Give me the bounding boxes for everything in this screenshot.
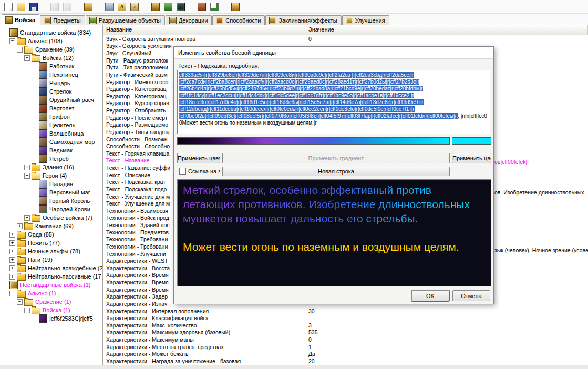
property-name: Характеристики - Классификация войск (103, 315, 305, 321)
destructibles-tab-icon (89, 17, 97, 24)
tab-abilities[interactable]: Способности (212, 15, 265, 25)
apply-color-right-button[interactable]: Применить цвет (452, 153, 491, 163)
tab-upgrades[interactable]: Улучшения (342, 15, 389, 25)
tree-item[interactable]: Целитель (0, 121, 102, 129)
plus-expander-icon[interactable]: + (9, 240, 15, 246)
minus-expander-icon[interactable]: − (17, 47, 23, 53)
property-row[interactable]: Звук - Скорость затухания повтора0 (103, 35, 588, 43)
plus-expander-icon[interactable]: + (9, 249, 15, 254)
property-row[interactable]: Характеристики - Награда за уничтожение … (103, 357, 588, 365)
unit-portrait-icon (39, 205, 47, 213)
tree-item[interactable]: −Сражение (39) (0, 45, 102, 54)
current-color-swatch[interactable] (452, 137, 491, 145)
save-button[interactable] (28, 1, 39, 13)
tree-item[interactable]: Горный Король (0, 197, 102, 205)
tree-item[interactable]: Стрелок (0, 87, 102, 96)
minus-expander-icon[interactable]: − (24, 308, 30, 313)
property-row[interactable]: Характеристики - Классификация войск (103, 314, 588, 322)
tree-item[interactable]: +Нейтрально-пассивные (17 (0, 272, 102, 281)
apply-color-left-button[interactable]: Применить цвет (177, 153, 220, 163)
plus-expander-icon[interactable]: + (9, 232, 15, 238)
column-header-value[interactable]: Значение (305, 25, 588, 35)
tree-item[interactable]: −Войска (12) (0, 54, 102, 62)
property-row[interactable]: Характеристики - Может бежатьДа (103, 351, 588, 358)
speaker-icon (130, 3, 139, 11)
tree-item[interactable]: Чародей Крови (0, 205, 102, 213)
tree-item[interactable]: Вертолет (0, 104, 102, 112)
cancel-button[interactable]: Отмена (452, 290, 490, 301)
tree-item[interactable]: +Нежить (77) (0, 239, 102, 247)
tree-item[interactable]: Грифон (0, 112, 102, 121)
tree-item[interactable]: Рыцарь (0, 79, 102, 87)
tree-item[interactable]: −Альянс (1) (0, 289, 102, 298)
tree-item[interactable]: +Здания (16) (0, 163, 102, 171)
tab-destructibles[interactable]: Разрушаемые объекты (86, 15, 165, 25)
tree-item[interactable]: Волшебница (0, 129, 102, 138)
tree-item[interactable]: +Особые войска (7) (0, 213, 102, 222)
tree-item[interactable]: +Ночные эльфы (78) (0, 247, 102, 255)
tree-item[interactable]: Ведьмак (0, 146, 102, 155)
tree-item[interactable]: −Войска (1) (0, 306, 102, 314)
link-checkbox-row[interactable]: Ссылка на зн (179, 168, 220, 175)
tree-item-label: Кампания (69) (35, 223, 74, 229)
tree-item[interactable]: Пехотинец (0, 70, 102, 79)
tree-item[interactable]: +Нейтрально-враждебные (2 (0, 264, 102, 272)
tab-items[interactable]: Предметы (40, 15, 85, 25)
plus-expander-icon[interactable]: + (9, 265, 15, 271)
tree-item[interactable]: Паладин (0, 180, 102, 188)
tree-item[interactable]: −Альянс (108) (0, 37, 102, 45)
unit-tree[interactable]: Стандартные войска (834)−Альянс (108)−Ср… (0, 25, 103, 365)
campaign-editor-button[interactable] (162, 1, 174, 13)
tree-item[interactable]: |cff6f2583C|r|cff5 (0, 314, 102, 323)
property-value: 0 (305, 336, 588, 343)
tab-units[interactable]: Войска (2, 14, 39, 25)
new-line-button[interactable]: Новая строка (222, 167, 450, 176)
plus-expander-icon[interactable]: + (17, 223, 23, 229)
import-manager-button[interactable] (209, 1, 220, 13)
ai-editor-button[interactable] (175, 1, 187, 13)
tree-item[interactable]: Орудийный расч (0, 96, 102, 104)
gradient-preview-bar[interactable] (177, 137, 450, 145)
property-row[interactable]: Характеристики - Максимум здоровья (базо… (103, 329, 588, 336)
link-checkbox[interactable] (179, 168, 186, 175)
tree-item[interactable]: −Герои (4) (0, 171, 102, 180)
property-row[interactable]: Характеристики - Интервал пополнения30 (103, 308, 588, 315)
tree-item[interactable]: Стандартные войска (834) (0, 28, 102, 37)
object-editor-button[interactable] (150, 1, 161, 13)
tree-item[interactable]: Самоходная мор (0, 138, 102, 146)
tree-item[interactable]: Работник (0, 62, 102, 70)
tab-doodads[interactable]: Декорации (166, 15, 212, 25)
tree-item[interactable]: −Сражение (1) (0, 298, 102, 306)
object-manager-button[interactable] (196, 1, 208, 13)
tree-item[interactable]: +Орда (85) (0, 230, 102, 239)
plus-expander-icon[interactable]: + (9, 274, 15, 280)
sound-editor-button[interactable] (129, 1, 140, 13)
ok-button[interactable]: OK (411, 290, 449, 301)
minus-expander-icon[interactable]: − (9, 38, 15, 44)
tab-spells[interactable]: Заклинания/эффекты (265, 15, 341, 25)
plus-expander-icon[interactable]: + (24, 215, 30, 221)
column-header-name[interactable]: Название (103, 25, 305, 35)
property-row[interactable]: Характеристики - Место на трансп. средст… (103, 343, 588, 351)
terrain-editor-button[interactable] (104, 1, 115, 13)
property-row[interactable]: Характеристики - Макс. количество3 (103, 322, 588, 329)
tooltip-text-input[interactable]: cff339ac5т|r|cff329bc6е|r|cff319dc7н|r|c… (177, 70, 490, 134)
test-map-button[interactable] (230, 1, 241, 13)
plus-expander-icon[interactable]: + (9, 257, 15, 263)
minus-expander-icon[interactable]: − (24, 55, 30, 61)
minus-expander-icon[interactable]: − (9, 291, 15, 296)
tree-item[interactable]: +Наги (19) (0, 255, 102, 264)
property-row[interactable]: Характеристики - Максимум маны0 (103, 336, 588, 343)
new-button[interactable] (3, 1, 14, 13)
plus-expander-icon[interactable]: + (24, 165, 30, 170)
tree-item[interactable]: Верховный маг (0, 188, 102, 197)
tree-item-label: Орда (85) (28, 231, 54, 238)
tree-item[interactable]: Ястреб (0, 155, 102, 163)
palette-button[interactable] (82, 1, 94, 13)
tree-item[interactable]: +Кампания (69) (0, 222, 102, 230)
open-button[interactable] (15, 1, 27, 13)
minus-expander-icon[interactable]: − (24, 173, 30, 179)
minus-expander-icon[interactable]: − (17, 299, 23, 305)
tree-item[interactable]: Нестандартные войска (1) (0, 281, 102, 289)
trigger-editor-button[interactable] (116, 1, 128, 13)
